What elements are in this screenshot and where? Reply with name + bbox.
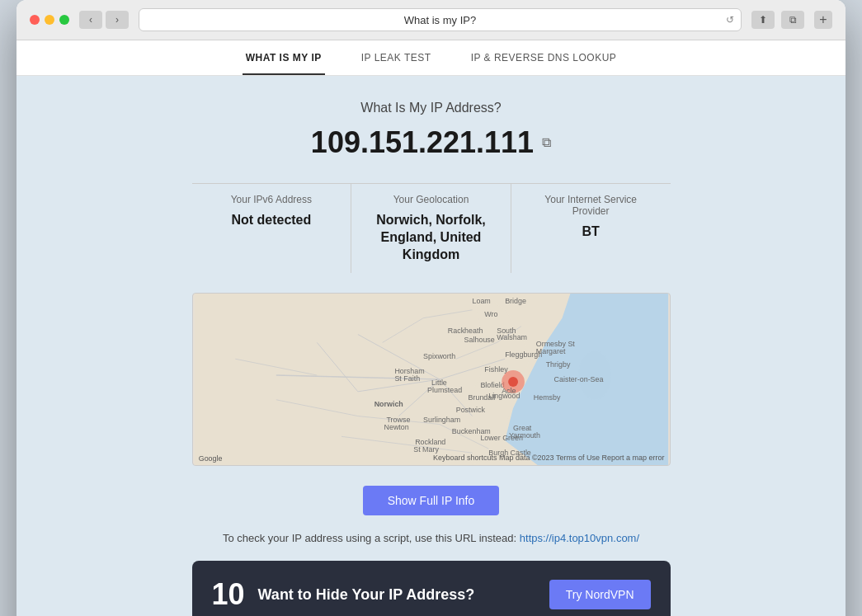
isp-box: Your Internet Service Provider BT xyxy=(511,183,671,273)
page-content: WHAT IS MY IP IP LEAK TEST IP & REVERSE … xyxy=(16,40,846,616)
nav-item-ip-leak-test[interactable]: IP LEAK TEST xyxy=(358,40,435,75)
map-container: HorshamSt Faith Spixworth Rackheath Wro … xyxy=(192,293,671,466)
svg-text:Postwick: Postwick xyxy=(455,406,485,414)
maximize-button[interactable] xyxy=(59,15,69,25)
svg-point-54 xyxy=(508,377,518,387)
ipv6-value: Not detected xyxy=(209,212,335,229)
svg-text:Loam: Loam xyxy=(472,297,490,305)
url-text: What is my IP? xyxy=(404,14,476,26)
browser-window: ‹ › What is my IP? ↺ ⬆ ⧉ + WHAT IS MY IP… xyxy=(16,0,846,616)
script-note: To check your IP address using a script,… xyxy=(223,532,639,544)
forward-button[interactable]: › xyxy=(106,11,129,29)
back-button[interactable]: ‹ xyxy=(79,11,102,29)
ip-address: 109.151.221.111 xyxy=(311,125,534,160)
traffic-lights xyxy=(30,15,69,25)
address-bar[interactable]: What is my IP? ↺ xyxy=(139,8,742,31)
ip-address-row: 109.151.221.111 ⧉ xyxy=(311,125,551,160)
script-url-link[interactable]: https://ip4.top10vpn.com/ xyxy=(520,532,639,544)
geolocation-value: Norwich, Norfolk, England, United Kingdo… xyxy=(368,212,494,263)
close-button[interactable] xyxy=(30,15,40,25)
svg-text:Newton: Newton xyxy=(384,424,408,432)
share-button[interactable]: ⬆ xyxy=(751,11,775,29)
svg-text:Hemsby: Hemsby xyxy=(533,393,560,402)
browser-actions: ⬆ ⧉ xyxy=(751,11,804,29)
map-footer: Keyboard shortcuts Map data ©2023 Terms … xyxy=(433,454,665,462)
new-tab-button[interactable]: + xyxy=(814,11,832,29)
info-boxes: Your IPv6 Address Not detected Your Geol… xyxy=(192,183,671,273)
map-footer-text: Keyboard shortcuts Map data ©2023 Terms … xyxy=(433,454,665,462)
nav-item-what-is-my-ip[interactable]: WHAT IS MY IP xyxy=(243,40,325,75)
try-vpn-button[interactable]: Try NordVPN xyxy=(549,580,651,609)
svg-text:Fishley: Fishley xyxy=(484,365,508,374)
svg-text:Acle: Acle xyxy=(502,387,516,395)
svg-text:Salhouse: Salhouse xyxy=(464,336,494,345)
nav-item-ip-reverse-dns[interactable]: IP & REVERSE DNS LOOKUP xyxy=(468,40,620,75)
svg-text:Bridge: Bridge xyxy=(505,297,526,305)
svg-text:Norwich: Norwich xyxy=(374,400,403,408)
main-content: What Is My IP Address? 109.151.221.111 ⧉… xyxy=(16,76,846,616)
show-full-ip-button[interactable]: Show Full IP Info xyxy=(363,486,500,515)
svg-text:Wro: Wro xyxy=(484,310,497,318)
ipv6-box: Your IPv6 Address Not detected xyxy=(192,183,351,273)
svg-text:Walsham: Walsham xyxy=(497,334,527,342)
bookmark-button[interactable]: ⧉ xyxy=(781,11,804,29)
svg-text:Yarmouth: Yarmouth xyxy=(509,432,540,440)
ipv6-label: Your IPv6 Address xyxy=(209,194,335,205)
top-nav: WHAT IS MY IP IP LEAK TEST IP & REVERSE … xyxy=(16,40,846,76)
nav-buttons: ‹ › xyxy=(79,11,129,29)
svg-text:Surlingham: Surlingham xyxy=(423,416,460,425)
svg-text:Thrigby: Thrigby xyxy=(545,361,570,369)
svg-text:Plumstead: Plumstead xyxy=(427,386,462,394)
banner-title: Want to Hide Your IP Address? xyxy=(258,586,475,604)
banner-number: 10 xyxy=(212,577,245,612)
svg-text:Margaret: Margaret xyxy=(535,348,565,356)
copy-icon[interactable]: ⧉ xyxy=(542,135,551,150)
geolocation-label: Your Geolocation xyxy=(368,194,494,205)
banner-left: 10 Want to Hide Your IP Address? xyxy=(212,577,475,612)
isp-value: BT xyxy=(528,223,654,241)
hide-ip-banner: 10 Want to Hide Your IP Address? Try Nor… xyxy=(192,561,671,616)
page-title: What Is My IP Address? xyxy=(360,101,501,115)
geolocation-box: Your Geolocation Norwich, Norfolk, Engla… xyxy=(351,183,511,273)
minimize-button[interactable] xyxy=(45,15,54,25)
browser-chrome: ‹ › What is my IP? ↺ ⬆ ⧉ + xyxy=(16,0,846,40)
isp-label: Your Internet Service Provider xyxy=(528,194,654,217)
svg-text:Google: Google xyxy=(198,454,222,463)
refresh-icon[interactable]: ↺ xyxy=(726,14,734,26)
svg-text:St Mary: St Mary xyxy=(413,446,439,454)
svg-text:Rackheath: Rackheath xyxy=(447,327,483,335)
svg-text:Caister-on-Sea: Caister-on-Sea xyxy=(553,375,603,383)
svg-text:Spixworth: Spixworth xyxy=(423,353,455,361)
